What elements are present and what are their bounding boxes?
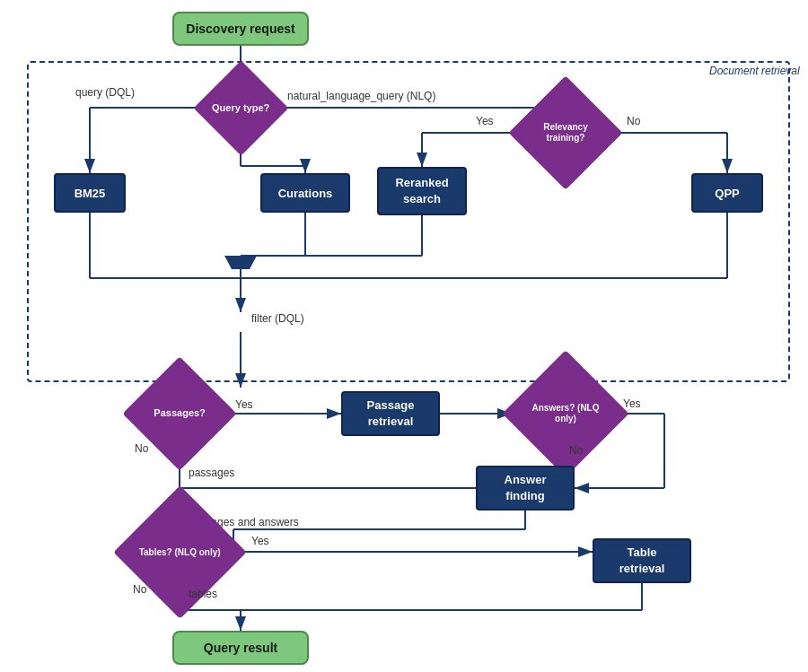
- flowchart-diagram: Document retrieval: [0, 0, 808, 672]
- query-type-label: Query type?: [212, 101, 269, 113]
- filter-label: filter (DQL): [251, 312, 304, 325]
- reranked-search-box: Reranked search: [377, 167, 467, 215]
- answers-diamond: Answers? (NLQ only): [512, 386, 619, 441]
- relevancy-training-diamond: Relevancy training?: [516, 105, 615, 161]
- no-relevancy-label: No: [627, 115, 640, 127]
- bm25-label: BM25: [75, 187, 106, 200]
- tables-label: Tables? (NLQ only): [139, 546, 221, 557]
- discovery-request-box: Discovery request: [172, 12, 309, 46]
- reranked-search-label: Reranked search: [395, 175, 448, 207]
- discovery-request-label: Discovery request: [186, 22, 294, 36]
- yes-tables-label: Yes: [251, 535, 269, 547]
- answers-label: Answers? (NLQ only): [521, 403, 610, 424]
- query-dql-label: query (DQL): [75, 86, 135, 99]
- yes-relevancy-label: Yes: [476, 115, 494, 127]
- document-retrieval-box: [27, 61, 790, 382]
- query-type-diamond: Query type?: [200, 82, 281, 134]
- table-retrieval-box: Table retrieval: [593, 538, 691, 583]
- yes-answers-label: Yes: [623, 397, 641, 410]
- curations-label: Curations: [278, 187, 333, 200]
- curations-box: Curations: [260, 173, 350, 213]
- document-retrieval-label: Document retrieval: [709, 65, 800, 77]
- tables-text-label: tables: [189, 588, 217, 600]
- passages-label: Passages?: [154, 407, 205, 419]
- passages-diamond: Passages?: [130, 388, 229, 440]
- answer-finding-label: Answer finding: [505, 472, 547, 504]
- no-passages-label: No: [135, 442, 148, 455]
- table-retrieval-label: Table retrieval: [619, 545, 665, 577]
- qpp-box: QPP: [691, 173, 763, 213]
- passage-retrieval-label: Passage retrieval: [367, 397, 415, 430]
- answer-finding-box: Answer finding: [476, 466, 575, 511]
- tables-diamond: Tables? (NLQ only): [126, 523, 233, 580]
- relevancy-training-label: Relevancy training?: [525, 122, 606, 144]
- query-result-box: Query result: [172, 631, 309, 665]
- passage-retrieval-box: Passage retrieval: [341, 391, 440, 436]
- bm25-box: BM25: [54, 173, 126, 213]
- qpp-label: QPP: [715, 187, 739, 200]
- no-tables-label: No: [133, 583, 146, 596]
- nlq-label: natural_language_query (NLQ): [287, 90, 435, 102]
- yes-passages-label: Yes: [235, 398, 253, 411]
- query-result-label: Query result: [204, 641, 277, 655]
- no-answers-label: No: [569, 444, 583, 457]
- passages-text-label: passages: [189, 467, 234, 479]
